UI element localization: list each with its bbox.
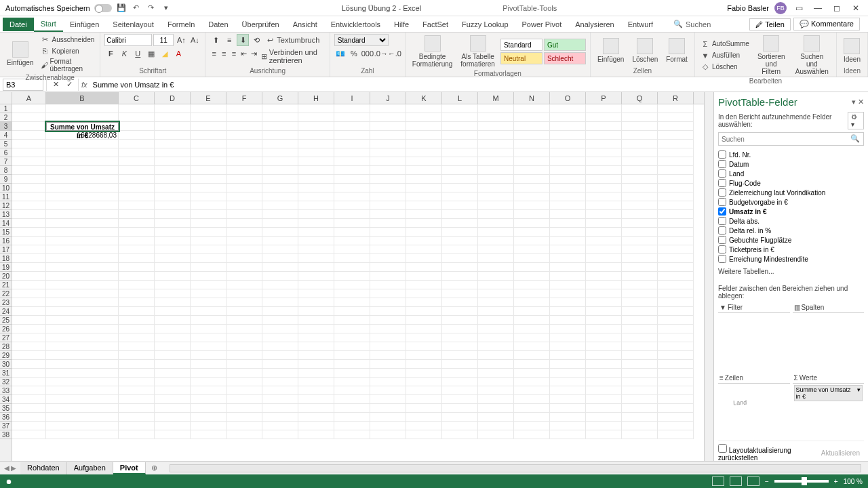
copy-button[interactable]: ⎘Kopieren — [39, 45, 96, 56]
pivot-field-checkbox[interactable] — [718, 179, 726, 187]
clear-button[interactable]: ◇Löschen — [699, 62, 751, 73]
save-icon[interactable]: 💾 — [116, 3, 127, 14]
row-header-14[interactable]: 14 — [0, 219, 12, 228]
pivot-field-checkbox[interactable] — [718, 207, 726, 216]
conditional-format-button[interactable]: Bedingte Formatierung — [410, 34, 455, 69]
pivot-close-icon[interactable]: ✕ — [858, 98, 864, 106]
tab-insert[interactable]: Einfügen — [63, 18, 106, 31]
align-right-icon[interactable]: ≡ — [230, 47, 239, 60]
sheet-nav-next-icon[interactable]: ▶ — [11, 464, 16, 472]
undo-icon[interactable]: ↶ — [131, 3, 142, 14]
row-header-23[interactable]: 23 — [0, 298, 12, 307]
pivot-field-item[interactable]: Flug-Code — [718, 178, 864, 188]
style-schlecht[interactable]: Schlecht — [544, 52, 586, 64]
sort-filter-button[interactable]: Sortieren und Filtern — [753, 34, 789, 77]
row-header-32[interactable]: 32 — [0, 378, 12, 386]
col-header-L[interactable]: L — [442, 92, 478, 104]
col-header-O[interactable]: O — [550, 92, 586, 104]
pivot-field-checkbox[interactable] — [718, 198, 726, 206]
qat-dropdown-icon[interactable]: ▾ — [161, 3, 172, 14]
row-header-26[interactable]: 26 — [0, 325, 12, 333]
row-header-6[interactable]: 6 — [0, 148, 12, 157]
delete-cells-button[interactable]: Löschen — [629, 37, 660, 64]
tab-fuzzy[interactable]: Fuzzy Lookup — [455, 18, 515, 31]
as-table-button[interactable]: Als Tabelle formatieren — [458, 34, 498, 69]
row-header-8[interactable]: 8 — [0, 166, 12, 175]
pivot-field-item[interactable]: Zielerreichung laut Vorindikation — [718, 188, 864, 197]
row-header-37[interactable]: 37 — [0, 422, 12, 430]
col-header-K[interactable]: K — [406, 92, 442, 104]
paste-button[interactable]: Einfügen — [4, 40, 36, 68]
tab-view[interactable]: Ansicht — [286, 18, 324, 31]
pivot-field-checkbox[interactable] — [718, 169, 726, 178]
page-break-view-icon[interactable] — [747, 476, 760, 486]
increase-font-icon[interactable]: A↑ — [175, 34, 187, 46]
vertical-scrollbar[interactable] — [704, 92, 713, 461]
indent-increase-icon[interactable]: ⇥ — [250, 47, 258, 60]
sheet-tab-rohdaten[interactable]: Rohdaten — [20, 462, 67, 474]
decrease-font-icon[interactable]: A↓ — [189, 34, 201, 46]
wrap-text-button[interactable]: ↩Textumbruch — [264, 34, 321, 46]
row-header-20[interactable]: 20 — [0, 272, 12, 281]
style-gut[interactable]: Gut — [544, 39, 586, 51]
cell-B3[interactable]: Summe von Umsatz in € — [46, 122, 119, 131]
currency-icon[interactable]: 💶 — [334, 47, 347, 60]
col-header-F[interactable]: F — [226, 92, 262, 104]
align-left-icon[interactable]: ≡ — [210, 47, 218, 60]
drop-area-filter[interactable]: ▼Filter — [718, 302, 790, 370]
col-header-Q[interactable]: Q — [622, 92, 658, 104]
add-sheet-button[interactable]: ⊕ — [146, 462, 163, 474]
row-header-16[interactable]: 16 — [0, 237, 12, 245]
sheet-tab-pivot[interactable]: Pivot — [113, 462, 146, 474]
value-field-pill[interactable]: Summe von Umsatz in €▾ — [794, 385, 863, 401]
col-header-I[interactable]: I — [334, 92, 370, 104]
worksheet-grid[interactable]: Summe von Umsatz in €16628668,03 — [12, 104, 704, 461]
align-top-icon[interactable]: ⬆ — [210, 34, 222, 46]
underline-button[interactable]: U — [132, 47, 144, 60]
sheet-nav-prev-icon[interactable]: ◀ — [4, 464, 9, 472]
row-header-17[interactable]: 17 — [0, 245, 12, 254]
font-size-select[interactable] — [153, 34, 174, 46]
pivot-field-checkbox[interactable] — [718, 217, 726, 225]
format-painter-button[interactable]: 🖌Format übertragen — [39, 57, 96, 73]
pivot-search-input[interactable] — [718, 132, 864, 146]
row-header-38[interactable]: 38 — [0, 430, 12, 439]
normal-view-icon[interactable] — [712, 476, 724, 486]
row-header-22[interactable]: 22 — [0, 289, 12, 298]
align-bottom-icon[interactable]: ⬇ — [237, 34, 249, 46]
tab-design[interactable]: Entwurf — [621, 18, 660, 31]
col-header-G[interactable]: G — [262, 92, 298, 104]
col-header-J[interactable]: J — [370, 92, 406, 104]
row-header-15[interactable]: 15 — [0, 228, 12, 237]
col-header-P[interactable]: P — [586, 92, 622, 104]
maximize-icon[interactable]: ◻ — [830, 1, 844, 15]
defer-layout-checkbox[interactable]: Layoutaktualisierung zurückstellen — [718, 444, 817, 462]
col-header-A[interactable]: A — [12, 92, 46, 104]
ideas-button[interactable]: Ideen — [841, 37, 863, 64]
row-header-18[interactable]: 18 — [0, 254, 12, 263]
italic-button[interactable]: K — [118, 47, 130, 60]
zoom-slider[interactable] — [774, 480, 829, 483]
row-header-1[interactable]: 1 — [0, 104, 12, 113]
redo-icon[interactable]: ↷ — [146, 3, 157, 14]
align-center-icon[interactable]: ≡ — [220, 47, 229, 60]
user-avatar[interactable]: FB — [774, 2, 787, 14]
row-header-28[interactable]: 28 — [0, 342, 12, 351]
col-header-M[interactable]: M — [478, 92, 514, 104]
pivot-field-item[interactable]: Delta abs. — [718, 216, 864, 226]
drop-area-columns[interactable]: ▥Spalten — [793, 302, 865, 370]
row-header-5[interactable]: 5 — [0, 140, 12, 148]
tab-formulas[interactable]: Formeln — [161, 18, 201, 31]
tab-factset[interactable]: FactSet — [416, 18, 455, 31]
gear-icon[interactable]: ⚙ ▾ — [848, 112, 864, 129]
percent-icon[interactable]: % — [348, 47, 360, 60]
fill-button[interactable]: ▼Ausfüllen — [699, 50, 751, 61]
number-format-select[interactable]: Standard — [334, 34, 389, 46]
comments-button[interactable]: 💬 Kommentare — [793, 18, 860, 30]
row-header-11[interactable]: 11 — [0, 192, 12, 201]
row-header-19[interactable]: 19 — [0, 263, 12, 272]
pivot-dropdown-icon[interactable]: ▾ — [852, 98, 856, 106]
select-all-corner[interactable] — [0, 92, 12, 104]
tab-review[interactable]: Überprüfen — [235, 18, 286, 31]
share-button[interactable]: 🖉 Teilen — [749, 18, 791, 30]
